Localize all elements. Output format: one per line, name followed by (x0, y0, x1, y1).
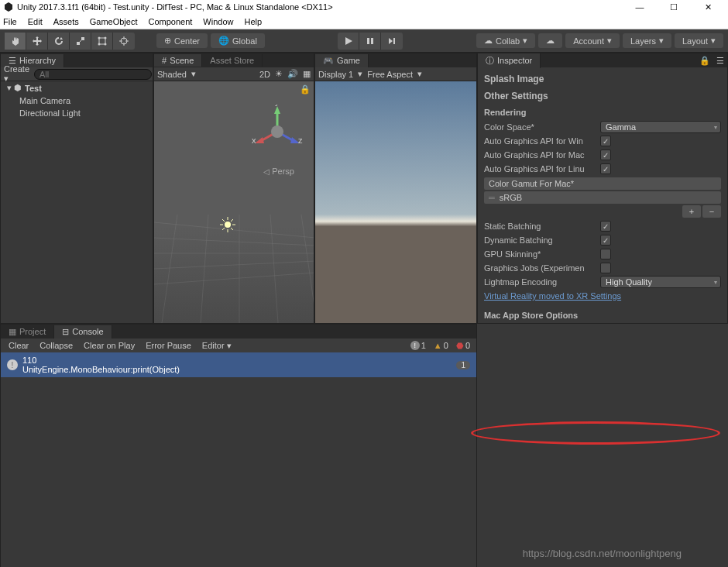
orientation-gizmo[interactable]: y x z (250, 105, 304, 159)
rect-tool[interactable] (91, 33, 113, 50)
color-gamut-item[interactable]: ═ sRGB (484, 191, 721, 204)
panel-menu-icon[interactable]: ☰ (713, 56, 727, 66)
info-count[interactable]: ! 1 (407, 340, 429, 351)
game-viewport[interactable] (315, 81, 476, 323)
checkbox-static-batching[interactable]: ✓ (600, 221, 611, 232)
console-clear-on-play[interactable]: Clear on Play (79, 339, 139, 352)
checkbox-graphics-jobs[interactable] (600, 263, 611, 273)
2d-toggle[interactable]: 2D (259, 70, 270, 79)
menu-component[interactable]: Component (148, 17, 192, 26)
lock-icon[interactable]: 🔒 (696, 56, 713, 66)
tab-project[interactable]: ▦ Project (1, 325, 54, 338)
collab-dropdown[interactable]: ☁Collab ▾ (476, 33, 535, 48)
hierarchy-panel: ☰ Hierarchy Create ▾ ▾ ⬢ Test Main Camer… (0, 53, 153, 324)
close-button[interactable]: ✕ (699, 2, 717, 12)
svg-line-37 (154, 238, 314, 246)
step-button[interactable] (381, 33, 403, 50)
hierarchy-item[interactable]: Directional Light (1, 107, 153, 119)
pause-button[interactable] (359, 33, 381, 50)
hierarchy-item[interactable]: Main Camera (1, 94, 153, 107)
label-auto-api-linux: Auto Graphics API for Linu (484, 164, 600, 174)
err-count[interactable]: ⬣ 0 (453, 340, 473, 352)
minimize-button[interactable]: — (630, 2, 649, 12)
dropdown-color-space[interactable]: Gamma (600, 121, 721, 133)
tab-console[interactable]: ⊟ Console (54, 325, 112, 338)
lock-icon[interactable]: 🔒 (300, 84, 311, 94)
svg-text:z: z (298, 136, 303, 145)
cloud-button[interactable]: ☁ (538, 33, 562, 48)
info-icon: ! (410, 341, 420, 350)
menu-edit[interactable]: Edit (28, 17, 43, 26)
titlebar: Unity 2017.3.1f1 (64bit) - Test.unity - … (0, 0, 728, 14)
transform-tool[interactable] (113, 33, 135, 50)
tab-asset-store[interactable]: Asset Store (202, 54, 263, 67)
light-icon[interactable]: ☀ (275, 69, 283, 79)
shading-dropdown[interactable]: Shaded (157, 70, 187, 79)
section-other-settings[interactable]: Other Settings (484, 88, 721, 105)
persp-label[interactable]: ◁ Persp (263, 167, 294, 176)
fx-icon[interactable]: ▦ (303, 69, 311, 79)
menubar: File Edit Assets GameObject Component Wi… (0, 14, 728, 29)
checkbox-auto-api-win[interactable]: ✓ (600, 136, 611, 146)
menu-assets[interactable]: Assets (53, 17, 79, 26)
menu-file[interactable]: File (3, 17, 17, 26)
svg-text:x: x (252, 136, 256, 145)
account-dropdown[interactable]: Account ▾ (565, 33, 620, 48)
rotate-tool[interactable] (48, 33, 70, 50)
pivot-center-toggle[interactable]: ⊕Center (156, 33, 208, 48)
label-lightmap-encoding: Lightmap Encoding (484, 277, 600, 287)
console-msg-text: UnityEngine.MonoBehaviour:print(Object) (22, 365, 180, 374)
svg-point-24 (271, 125, 283, 138)
globe-icon: 🌐 (218, 36, 229, 46)
console-message[interactable]: ! 110 UnityEngine.MonoBehaviour:print(Ob… (1, 352, 476, 377)
warn-count[interactable]: ▲ 0 (431, 340, 452, 351)
audio-icon[interactable]: 🔊 (287, 69, 298, 79)
window-title: Unity 2017.3.1f1 (64bit) - Test.unity - … (17, 2, 333, 12)
menu-window[interactable]: Window (203, 17, 233, 26)
link-vr-settings[interactable]: Virtual Reality moved to XR Settings (484, 291, 621, 301)
unity-scene-icon: ▾ ⬢ (7, 83, 22, 93)
scale-tool[interactable] (70, 33, 91, 50)
svg-point-7 (98, 43, 100, 45)
move-tool[interactable] (26, 33, 48, 50)
checkbox-auto-api-mac[interactable]: ✓ (600, 149, 611, 160)
error-icon: ⬣ (456, 341, 464, 351)
checkbox-auto-api-linux[interactable]: ✓ (600, 163, 611, 174)
svg-line-40 (201, 215, 208, 323)
console-error-pause[interactable]: Error Pause (141, 339, 196, 352)
svg-rect-12 (371, 38, 373, 44)
checkbox-dynamic-batching[interactable]: ✓ (600, 235, 611, 246)
layout-dropdown[interactable]: Layout ▾ (675, 33, 723, 48)
checkbox-gpu-skinning[interactable] (600, 249, 611, 259)
scene-viewport[interactable]: y x z 🔒 ◁ Persp (154, 81, 314, 323)
console-editor-dropdown[interactable]: Editor ▾ (197, 339, 236, 352)
tab-scene[interactable]: # Scene (154, 54, 202, 67)
play-button[interactable] (338, 33, 359, 50)
display-dropdown[interactable]: Display 1 (318, 70, 353, 79)
svg-rect-14 (393, 38, 395, 44)
inspector-panel: ⓘ Inspector🔒☰ Splash Image Other Setting… (477, 53, 728, 324)
tab-inspector[interactable]: ⓘ Inspector (478, 53, 541, 68)
hand-tool[interactable] (5, 33, 26, 50)
menu-gameobject[interactable]: GameObject (90, 17, 138, 26)
layers-dropdown[interactable]: Layers ▾ (623, 33, 671, 48)
section-rendering: Rendering (484, 105, 721, 120)
maximize-button[interactable]: ☐ (664, 2, 683, 12)
section-splash-image[interactable]: Splash Image (484, 70, 721, 88)
svg-rect-4 (99, 38, 105, 44)
aspect-dropdown[interactable]: Free Aspect (367, 70, 413, 79)
svg-rect-11 (367, 38, 369, 44)
dropdown-lightmap-encoding[interactable]: High Quality (600, 276, 721, 288)
add-button[interactable]: + (682, 205, 701, 218)
svg-line-35 (154, 261, 314, 269)
tab-game[interactable]: 🎮 Game (315, 54, 369, 67)
pivot-global-toggle[interactable]: 🌐Global (211, 33, 265, 48)
hierarchy-search[interactable] (34, 69, 152, 80)
console-collapse[interactable]: Collapse (35, 339, 77, 352)
svg-point-5 (98, 36, 100, 39)
scene-root[interactable]: ▾ ⬢ Test (1, 81, 153, 94)
remove-button[interactable]: − (702, 205, 721, 218)
menu-help[interactable]: Help (244, 17, 262, 26)
console-clear[interactable]: Clear (4, 339, 33, 352)
unity-logo-icon (3, 2, 14, 12)
